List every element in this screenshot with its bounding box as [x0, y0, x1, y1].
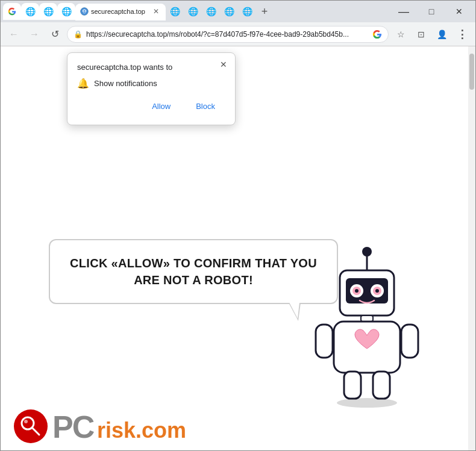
tab-pinned-5[interactable]: 🌐 [166, 3, 184, 20]
tab-google[interactable] [3, 3, 21, 20]
svg-rect-17 [344, 372, 361, 399]
tab-pinned-4[interactable]: 🌐 [57, 3, 75, 20]
tab-pinned-7[interactable]: 🌐 [202, 3, 220, 20]
robot-illustration [307, 243, 439, 414]
tab-pinned-2[interactable]: 🌐 [21, 3, 39, 20]
svg-text:risk.com: risk.com [97, 418, 185, 443]
svg-point-23 [24, 420, 28, 423]
tab-pinned-8[interactable]: 🌐 [220, 3, 238, 20]
reload-button[interactable]: ↺ [46, 26, 63, 43]
back-button[interactable]: ← [5, 26, 22, 43]
globe-icon-7: 🌐 [206, 7, 216, 16]
pcrisk-logo: PC risk.com [13, 408, 185, 444]
svg-rect-18 [373, 372, 390, 399]
svg-rect-16 [401, 325, 418, 358]
bell-icon: 🔔 [77, 78, 89, 89]
tab-active-label: securecaptcha.top [91, 8, 149, 15]
tab-bar: 🌐 🌐 🌐 securecaptcha.top ✕ 🌐 🌐 🌐 [1, 1, 475, 22]
tab-pinned-9[interactable]: 🌐 [238, 3, 256, 20]
profile-button[interactable]: 👤 [433, 26, 450, 43]
block-button[interactable]: Block [186, 98, 225, 115]
svg-point-12 [375, 289, 379, 293]
svg-point-19 [337, 398, 397, 408]
globe-icon-5: 🌐 [170, 7, 180, 16]
browser-window: 🌐 🌐 🌐 securecaptcha.top ✕ 🌐 🌐 🌐 [0, 0, 476, 451]
popup-close-button[interactable]: ✕ [217, 58, 230, 71]
lock-icon: 🔒 [74, 30, 83, 39]
window-controls: — □ ✕ [390, 2, 473, 21]
tab-active-close[interactable]: ✕ [151, 7, 161, 16]
allow-button[interactable]: Allow [142, 98, 181, 115]
notification-row: 🔔 Show notifications [77, 78, 225, 89]
notification-popup: ✕ securecaptcha.top wants to 🔔 Show noti… [67, 52, 236, 125]
google-favicon [8, 7, 16, 16]
page-content: ✕ securecaptcha.top wants to 🔔 Show noti… [1, 46, 475, 450]
globe-icon-2: 🌐 [25, 7, 36, 16]
new-tab-button[interactable]: + [256, 3, 273, 20]
globe-icon-6: 🌐 [188, 7, 198, 16]
forward-button[interactable]: → [26, 26, 43, 43]
scrollbar-thumb[interactable] [469, 54, 474, 90]
tab-favicon-active [80, 7, 89, 16]
svg-rect-15 [316, 325, 333, 358]
tab-pinned-3[interactable]: 🌐 [39, 3, 57, 20]
google-icon-url [372, 30, 382, 39]
pcrisk-icon [13, 408, 49, 444]
speech-bubble-container: CLICK «ALLOW» TO CONFIRM THAT YOU ARE NO… [49, 239, 338, 304]
close-button[interactable]: ✕ [445, 2, 473, 21]
minimize-button[interactable]: — [390, 2, 418, 21]
menu-button[interactable]: ⋮ [454, 26, 471, 43]
url-bar[interactable]: 🔒 https://securecaptcha.top/ms/robot4/?c… [67, 26, 389, 43]
globe-icon-3: 🌐 [43, 7, 54, 16]
robot-svg [307, 243, 427, 412]
pcrisk-text-svg: PC risk.com [52, 410, 185, 443]
bookmark-button[interactable]: ☆ [392, 26, 409, 43]
popup-buttons: Allow Block [77, 98, 225, 115]
notification-text: Show notifications [94, 79, 157, 88]
globe-icon-4: 🌐 [61, 7, 72, 16]
svg-point-20 [14, 409, 48, 443]
address-bar: ← → ↺ 🔒 https://securecaptcha.top/ms/rob… [1, 22, 475, 46]
globe-icon-8: 🌐 [224, 7, 234, 16]
popup-title: securecaptcha.top wants to [77, 63, 225, 72]
tab-search-button[interactable]: ⊡ [413, 26, 430, 43]
tab-active[interactable]: securecaptcha.top ✕ [75, 4, 166, 20]
svg-point-4 [362, 247, 372, 257]
svg-point-11 [355, 289, 359, 293]
scrollbar[interactable] [468, 46, 475, 450]
speech-bubble: CLICK «ALLOW» TO CONFIRM THAT YOU ARE NO… [49, 239, 338, 304]
tab-pinned-6[interactable]: 🌐 [184, 3, 202, 20]
maximize-button[interactable]: □ [418, 2, 445, 21]
speech-bubble-text: CLICK «ALLOW» TO CONFIRM THAT YOU ARE NO… [70, 257, 317, 287]
url-text: https://securecaptcha.top/ms/robot4/?c=8… [86, 30, 369, 39]
svg-text:PC: PC [52, 410, 95, 443]
globe-icon-9: 🌐 [242, 7, 252, 16]
